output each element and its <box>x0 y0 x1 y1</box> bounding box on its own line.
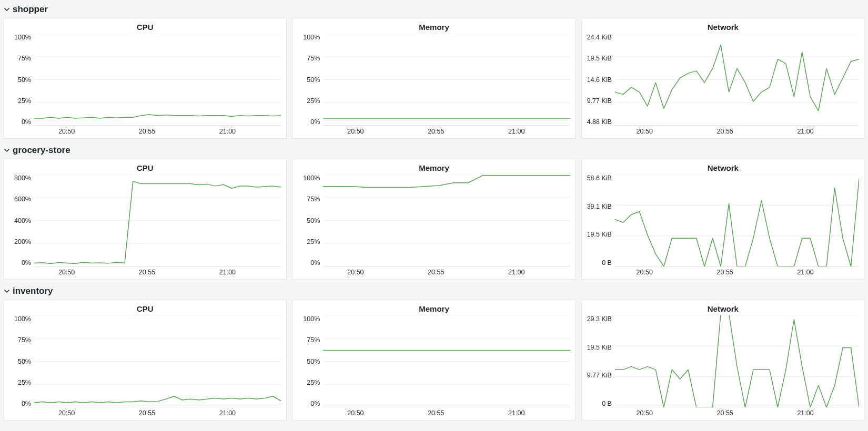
y-axis: 100%75%50%25%0% <box>298 175 323 266</box>
plot-svg <box>615 315 859 407</box>
x-tick-label: 20:50 <box>637 128 653 135</box>
chart-panel[interactable]: CPU100%75%50%25%0%20:5020:5521:00 <box>3 300 287 420</box>
y-tick-label: 50% <box>18 358 31 365</box>
x-tick-label: 20:55 <box>428 128 444 135</box>
x-tick-label: 20:55 <box>717 409 733 417</box>
y-tick-label: 600% <box>14 196 31 203</box>
panel-title: Network <box>587 304 859 313</box>
x-tick-label: 21:00 <box>219 409 236 417</box>
y-tick-label: 50% <box>18 76 31 84</box>
panel-title: Memory <box>298 163 570 172</box>
section-header[interactable]: shopper <box>3 2 865 18</box>
x-tick-label: 20:55 <box>428 409 444 417</box>
chart-panel[interactable]: Network58.6 KiB39.1 KiB19.5 KiB0 B20:502… <box>581 159 865 280</box>
chart-area: 100%75%50%25%0%20:5020:5521:00 <box>9 34 281 136</box>
x-tick-label: 20:50 <box>347 128 364 135</box>
y-tick-label: 25% <box>18 97 31 105</box>
data-series-line <box>34 115 281 118</box>
plot-svg <box>323 34 570 126</box>
y-tick-label: 0% <box>22 118 31 126</box>
y-tick-label: 0% <box>310 400 320 407</box>
section-title: grocery-store <box>13 145 70 156</box>
plot-svg <box>615 34 859 126</box>
y-tick-label: 24.4 KiB <box>587 34 612 41</box>
y-tick-label: 19.5 KiB <box>587 344 612 351</box>
y-tick-label: 50% <box>307 76 320 84</box>
y-tick-label: 400% <box>14 217 31 224</box>
x-axis: 20:5020:5521:00 <box>9 126 281 136</box>
x-axis: 20:5020:5521:00 <box>587 407 859 418</box>
x-tick-label: 20:55 <box>139 409 155 417</box>
x-axis: 20:5020:5521:00 <box>587 266 859 277</box>
x-tick-label: 20:50 <box>637 269 653 276</box>
dashboard-section: inventoryCPU100%75%50%25%0%20:5020:5521:… <box>3 284 865 420</box>
y-axis: 100%75%50%25%0% <box>298 34 323 126</box>
y-tick-label: 75% <box>307 55 320 62</box>
x-tick-label: 21:00 <box>219 269 236 276</box>
x-axis: 20:5020:5521:00 <box>9 407 281 418</box>
y-tick-label: 0 B <box>602 400 612 407</box>
y-tick-label: 100% <box>14 315 31 323</box>
chart-panel[interactable]: CPU800%600%400%200%0%20:5020:5521:00 <box>3 159 287 280</box>
plot-svg <box>34 34 281 126</box>
y-tick-label: 25% <box>307 238 320 245</box>
data-series-line <box>615 45 859 111</box>
y-tick-label: 100% <box>303 34 320 41</box>
x-tick-label: 20:55 <box>428 269 444 276</box>
x-tick-label: 20:55 <box>717 269 733 276</box>
x-tick-label: 20:50 <box>58 269 75 276</box>
dashboard-section: shopperCPU100%75%50%25%0%20:5020:5521:00… <box>3 2 865 139</box>
dashboard-section: grocery-storeCPU800%600%400%200%0%20:502… <box>3 143 865 280</box>
chart-panel[interactable]: Memory100%75%50%25%0%20:5020:5521:00 <box>292 300 576 420</box>
x-tick-label: 21:00 <box>508 409 524 417</box>
y-tick-label: 0% <box>22 259 31 266</box>
y-tick-label: 800% <box>14 175 31 182</box>
chart-area: 800%600%400%200%0%20:5020:5521:00 <box>9 175 281 277</box>
y-tick-label: 4.88 KiB <box>587 118 612 126</box>
chart-area: 24.4 KiB19.5 KiB14.6 KiB9.77 KiB4.88 KiB… <box>587 34 859 136</box>
x-axis: 20:5020:5521:00 <box>9 266 281 277</box>
chart-panel[interactable]: Memory100%75%50%25%0%20:5020:5521:00 <box>292 18 576 139</box>
section-header[interactable]: grocery-store <box>3 143 865 159</box>
chart-panel[interactable]: Network29.3 KiB19.5 KiB9.77 KiB0 B20:502… <box>581 300 865 420</box>
y-tick-label: 9.77 KiB <box>587 372 612 379</box>
data-series-line <box>34 181 281 263</box>
y-axis: 100%75%50%25%0% <box>9 315 34 407</box>
chart-panel[interactable]: CPU100%75%50%25%0%20:5020:5521:00 <box>3 18 287 139</box>
x-tick-label: 20:55 <box>139 128 155 135</box>
panel-title: Memory <box>298 304 570 313</box>
x-tick-label: 21:00 <box>797 409 813 417</box>
y-axis: 100%75%50%25%0% <box>298 315 323 407</box>
data-series-line <box>615 179 859 266</box>
panel-row: CPU100%75%50%25%0%20:5020:5521:00Memory1… <box>3 300 865 420</box>
x-axis: 20:5020:5521:00 <box>298 407 570 418</box>
x-tick-label: 20:50 <box>347 409 364 417</box>
section-header[interactable]: inventory <box>3 284 865 300</box>
x-tick-label: 20:50 <box>347 269 364 276</box>
x-tick-label: 20:50 <box>637 409 653 417</box>
chevron-down-icon <box>4 148 9 153</box>
y-tick-label: 39.1 KiB <box>587 203 612 210</box>
panel-title: Network <box>587 163 859 172</box>
x-tick-label: 20:50 <box>58 409 75 417</box>
chart-panel[interactable]: Network24.4 KiB19.5 KiB14.6 KiB9.77 KiB4… <box>581 18 865 139</box>
y-tick-label: 75% <box>18 55 31 62</box>
chart-area: 29.3 KiB19.5 KiB9.77 KiB0 B20:5020:5521:… <box>587 315 859 418</box>
plot-svg <box>34 315 281 407</box>
x-tick-label: 21:00 <box>797 269 813 276</box>
y-axis: 800%600%400%200%0% <box>9 175 34 266</box>
chart-panel[interactable]: Memory100%75%50%25%0%20:5020:5521:00 <box>292 159 576 280</box>
plot-svg <box>323 175 570 266</box>
panel-title: CPU <box>9 23 281 32</box>
x-tick-label: 20:55 <box>717 128 733 135</box>
y-tick-label: 75% <box>307 336 320 344</box>
x-axis: 20:5020:5521:00 <box>298 266 570 277</box>
y-tick-label: 9.77 KiB <box>587 97 612 105</box>
y-axis: 100%75%50%25%0% <box>9 34 34 126</box>
chevron-down-icon <box>4 289 9 294</box>
y-tick-label: 14.6 KiB <box>587 76 612 84</box>
y-tick-label: 100% <box>303 315 320 323</box>
y-axis: 24.4 KiB19.5 KiB14.6 KiB9.77 KiB4.88 KiB <box>587 34 615 126</box>
y-tick-label: 29.3 KiB <box>587 315 612 323</box>
y-tick-label: 0% <box>22 400 31 407</box>
